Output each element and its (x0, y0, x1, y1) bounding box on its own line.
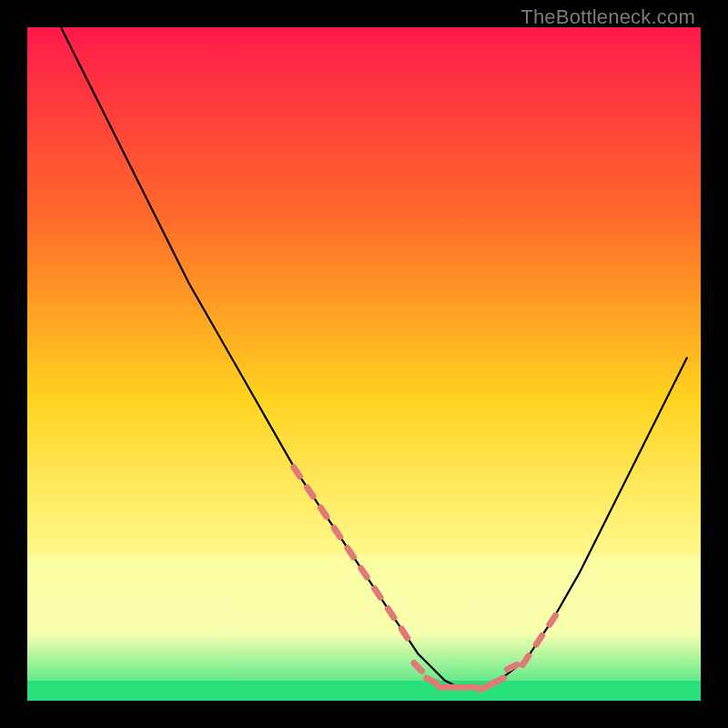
chart-frame (27, 27, 701, 701)
curve-marker (427, 678, 437, 682)
curve-marker (480, 685, 490, 690)
watermark-text: TheBottleneck.com (521, 5, 695, 29)
chart-svg (27, 27, 701, 701)
green-baseline (27, 681, 701, 701)
pale-band (27, 555, 701, 610)
curve-marker (494, 678, 504, 682)
curve-marker (507, 664, 517, 669)
